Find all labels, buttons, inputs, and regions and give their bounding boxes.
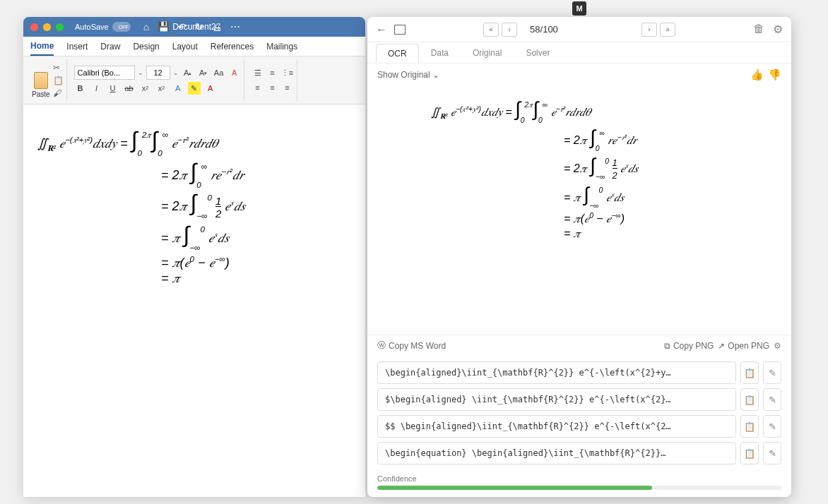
- delete-icon[interactable]: 🗑: [753, 23, 764, 36]
- highlight-icon[interactable]: ✎: [188, 82, 201, 95]
- multilevel-icon[interactable]: ⋮≡: [281, 66, 294, 79]
- copy-settings-icon[interactable]: ⚙: [774, 341, 781, 351]
- clipboard-group: Paste ✂ 📋 🖌: [29, 59, 67, 101]
- document-canvas[interactable]: ∬𝐑² 𝑒−(𝑥²+𝑦²)𝑑𝑥𝑑𝑦 = ∫02𝜋∫0∞ 𝑒−𝜏²𝑟𝑑𝑟𝑑𝜃 = …: [23, 104, 365, 308]
- zoom-window[interactable]: [56, 23, 64, 31]
- tab-mailings[interactable]: Mailings: [266, 38, 297, 55]
- open-png-button[interactable]: ↗Open PNG: [718, 341, 769, 351]
- copy-msword-button[interactable]: ⓦCopy MS Word: [377, 340, 446, 352]
- paste-button[interactable]: Paste: [32, 72, 50, 98]
- word-titlebar: AutoSave OFF ⌂ 💾 ↶ ↻ 🖨 ⋯ Document2: [23, 17, 365, 37]
- equation-line: = 2𝜋 ∫0∞ 𝑟𝑒−𝑟²𝑑𝑟: [382, 126, 777, 152]
- latex-row: $$ \begin{aligned}\iint_{\mathbf{R}^{2}}…: [377, 415, 781, 438]
- home-icon[interactable]: ⌂: [143, 21, 149, 32]
- underline-button[interactable]: U: [107, 82, 119, 95]
- copy-png-button[interactable]: ⧉Copy PNG: [664, 341, 714, 351]
- tab-ocr[interactable]: OCR: [376, 44, 419, 63]
- copy-latex-icon[interactable]: 📋: [740, 442, 759, 464]
- latex-code[interactable]: $$ \begin{aligned}\iint_{\mathbf{R}^{2}}…: [377, 415, 736, 438]
- tab-references[interactable]: References: [211, 38, 254, 55]
- ocr-panel: ← « ‹ 58/100 › » 🗑 ⚙ OCR Data Original S…: [367, 17, 791, 497]
- nav-next-icon[interactable]: ›: [641, 23, 657, 37]
- tab-original[interactable]: Original: [461, 43, 514, 62]
- nav-prev-icon[interactable]: ‹: [502, 23, 517, 37]
- equation-line: = 𝜋 ∫−∞0 𝑒𝑠𝑑𝑠: [37, 223, 351, 252]
- text-effects-icon[interactable]: A: [172, 82, 184, 95]
- autosave-label: AutoSave: [75, 23, 109, 31]
- equation-line: ∬𝐑² 𝑒−(𝑥²+𝑦²)𝑑𝑥𝑑𝑦 = ∫02𝜋∫0∞ 𝑒−𝜏²𝑟𝑑𝑟𝑑𝜃: [382, 98, 777, 124]
- crop-icon[interactable]: [394, 25, 406, 35]
- latex-output-list: \begin{aligned}\iint_{\mathbf{R}^{2}} e^…: [367, 356, 791, 470]
- settings-icon[interactable]: ⚙: [773, 23, 783, 36]
- copy-latex-icon[interactable]: 📋: [740, 361, 759, 384]
- ocr-result-canvas: ∬𝐑² 𝑒−(𝑥²+𝑦²)𝑑𝑥𝑑𝑦 = ∫02𝜋∫0∞ 𝑒−𝜏²𝑟𝑑𝑟𝑑𝜃 = …: [367, 86, 791, 335]
- equation-line: = 𝜋: [37, 272, 351, 284]
- align-left-icon[interactable]: ≡: [252, 81, 264, 94]
- equation-line: ∬𝐑² 𝑒−(𝑥²+𝑦²)𝑑𝑥𝑑𝑦 = ∫02𝜋∫0∞ 𝑒−𝜏²𝑟𝑑𝑟𝑑𝜃: [37, 128, 351, 157]
- app-logo: M: [572, 1, 586, 16]
- tab-home[interactable]: Home: [30, 37, 54, 56]
- strike-button[interactable]: ab: [123, 82, 136, 95]
- back-icon[interactable]: ←: [376, 23, 387, 36]
- save-icon[interactable]: 💾: [158, 21, 170, 32]
- latex-code[interactable]: \begin{equation} \begin{aligned}\iint_{\…: [377, 442, 736, 464]
- font-family-select[interactable]: [74, 66, 135, 80]
- bullets-icon[interactable]: ☰: [252, 66, 264, 79]
- tab-design[interactable]: Design: [133, 38, 159, 55]
- tab-data[interactable]: Data: [419, 43, 461, 62]
- edit-latex-icon[interactable]: ✎: [763, 442, 781, 464]
- latex-code[interactable]: \begin{aligned}\iint_{\mathbf{R}^{2}} e^…: [377, 361, 736, 384]
- align-right-icon[interactable]: ≡: [281, 81, 294, 94]
- edit-latex-icon[interactable]: ✎: [763, 388, 781, 411]
- minimize-window[interactable]: [43, 23, 51, 31]
- panel-header: ← « ‹ 58/100 › » 🗑 ⚙: [367, 17, 791, 42]
- tab-solver[interactable]: Solver: [514, 43, 562, 62]
- tab-insert[interactable]: Insert: [66, 38, 88, 55]
- format-painter-icon[interactable]: 🖌: [53, 88, 64, 98]
- latex-code[interactable]: $\begin{aligned} \iint_{\mathbf{R}^{2}} …: [377, 388, 736, 411]
- numbering-icon[interactable]: ≡: [266, 66, 279, 79]
- close-window[interactable]: [30, 23, 38, 31]
- thumbs-up-icon[interactable]: 👍: [750, 68, 764, 81]
- thumbs-down-icon[interactable]: 👎: [768, 68, 781, 81]
- autosave-toggle[interactable]: AutoSave OFF: [75, 22, 131, 32]
- copy-latex-icon[interactable]: 📋: [740, 415, 759, 438]
- superscript-button[interactable]: x2: [155, 82, 168, 95]
- equation-line: = 𝜋 ∫−∞0 𝑒𝑠𝑑𝑠: [382, 184, 777, 210]
- clipboard-icon: [34, 72, 48, 89]
- align-center-icon[interactable]: ≡: [266, 81, 279, 94]
- equation-line: = 2𝜋 ∫−∞0 12 𝑒𝑠𝑑𝑠: [37, 191, 351, 220]
- nav-last-icon[interactable]: »: [660, 23, 675, 37]
- size-dropdown-icon[interactable]: ⌄: [173, 69, 179, 76]
- font-size-select[interactable]: [146, 66, 170, 80]
- nav-first-icon[interactable]: «: [483, 23, 499, 37]
- show-original-bar: Show Original ⌄ 👍 👎: [367, 64, 791, 86]
- change-case-icon[interactable]: Aa: [213, 66, 225, 79]
- copy-latex-icon[interactable]: 📋: [740, 388, 759, 411]
- edit-latex-icon[interactable]: ✎: [763, 361, 781, 384]
- italic-button[interactable]: I: [90, 82, 103, 95]
- edit-latex-icon[interactable]: ✎: [763, 415, 781, 438]
- subscript-button[interactable]: x2: [139, 82, 152, 95]
- latex-row: $\begin{aligned} \iint_{\mathbf{R}^{2}} …: [377, 388, 781, 411]
- tab-layout[interactable]: Layout: [172, 38, 198, 55]
- bold-button[interactable]: B: [74, 82, 87, 95]
- cut-icon[interactable]: ✂: [53, 63, 64, 73]
- tab-draw[interactable]: Draw: [100, 38, 120, 55]
- autosave-switch[interactable]: OFF: [112, 22, 131, 32]
- grow-font-icon[interactable]: A▴: [182, 66, 194, 79]
- more-icon[interactable]: ⋯: [230, 21, 240, 32]
- external-link-icon: ↗: [718, 341, 725, 351]
- font-color-icon[interactable]: A: [204, 82, 217, 95]
- confidence-label: Confidence: [377, 474, 417, 483]
- ribbon: Paste ✂ 📋 🖌 ⌄ ⌄ A▴ A▾ Aa A B: [23, 56, 365, 104]
- clear-format-icon[interactable]: A: [228, 66, 241, 79]
- equation-line: = 𝜋: [382, 227, 777, 240]
- word-icon: ⓦ: [377, 340, 386, 352]
- shrink-font-icon[interactable]: A▾: [197, 66, 210, 79]
- show-original-toggle[interactable]: Show Original ⌄: [377, 70, 439, 80]
- font-dropdown-icon[interactable]: ⌄: [138, 69, 143, 76]
- document-title: Document2: [172, 22, 215, 32]
- equation-line: = 𝜋(𝑒0 − 𝑒−∞): [37, 255, 351, 269]
- copy-icon[interactable]: 📋: [53, 76, 64, 85]
